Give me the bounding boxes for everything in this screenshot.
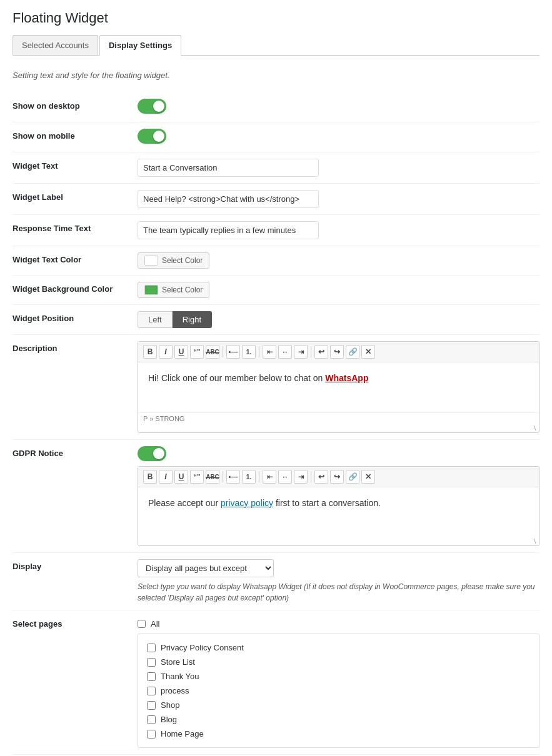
gdpr-rte-divider3 (311, 471, 311, 482)
checkbox-all-row: All (138, 617, 539, 634)
toggle-show-on-mobile[interactable] (138, 129, 166, 144)
rte-underline[interactable]: U (174, 345, 188, 359)
tab-selected-accounts[interactable]: Selected Accounts (13, 35, 98, 55)
description-footer: P » STRONG (138, 412, 539, 424)
widget-label-input[interactable] (138, 190, 319, 208)
gdpr-rte-remove-format[interactable]: ✕ (361, 470, 375, 484)
label-show-on-mobile: Show on mobile (13, 129, 138, 141)
rte-ol[interactable]: 1. (242, 345, 256, 359)
rte-italic[interactable]: I (159, 345, 173, 359)
gdpr-rte-bold[interactable]: B (143, 470, 157, 484)
checkbox-process-input[interactable] (147, 687, 156, 695)
display-hint: Select type you want to display Whatsapp… (138, 581, 539, 604)
row-show-on-mobile: Show on mobile (13, 122, 539, 152)
gdpr-rte-italic[interactable]: I (159, 470, 173, 484)
label-widget-label: Widget Label (13, 190, 138, 202)
gdpr-rte-undo[interactable]: ↩ (314, 470, 328, 484)
position-right-button[interactable]: Right (173, 311, 212, 328)
widget-text-input[interactable] (138, 159, 319, 177)
rte-align-left[interactable]: ⇤ (263, 345, 276, 359)
control-show-on-mobile (138, 129, 539, 146)
description-resize-handle[interactable]: ∖ (138, 424, 539, 432)
gdpr-rte: B I U “” ABC •— 1. ⇤ ↔ ⇥ ↩ ↪ (138, 466, 539, 546)
gdpr-rte-blockquote[interactable]: “” (190, 470, 204, 484)
label-widget-bg-color: Widget Background Color (13, 282, 138, 294)
row-widget-position: Widget Position Left Right (13, 305, 539, 335)
checkbox-privacy-policy-input[interactable] (147, 644, 156, 652)
rte-align-right[interactable]: ⇥ (294, 345, 308, 359)
checkbox-blog: Blog (147, 712, 530, 727)
rte-ul[interactable]: •— (226, 345, 240, 359)
label-select-pages: Select pages (13, 617, 138, 629)
row-widget-bg-color: Widget Background Color Select Color (13, 276, 539, 305)
page-label-privacy-policy: Privacy Policy Consent (161, 643, 244, 652)
rte-remove-format[interactable]: ✕ (361, 345, 375, 359)
description-rte: B I U “” ABC •— 1. ⇤ ↔ ⇥ ↩ ↪ (138, 341, 539, 433)
checkbox-blog-input[interactable] (147, 715, 156, 724)
gdpr-rte-divider1 (223, 471, 223, 482)
checkbox-store-list-input[interactable] (147, 658, 156, 667)
tab-bar: Selected Accounts Display Settings (13, 35, 539, 56)
rte-bold[interactable]: B (143, 345, 157, 359)
control-widget-label (138, 190, 539, 208)
control-description: B I U “” ABC •— 1. ⇤ ↔ ⇥ ↩ ↪ (138, 341, 539, 433)
rte-align-center[interactable]: ↔ (278, 345, 292, 359)
row-widget-text: Widget Text (13, 152, 539, 184)
gdpr-resize-handle[interactable]: ∖ (138, 537, 539, 545)
pages-box: Privacy Policy Consent Store List Thank … (138, 634, 539, 748)
checkbox-thank-you-input[interactable] (147, 672, 156, 681)
label-response-time: Response Time Text (13, 221, 138, 233)
tab-display-settings[interactable]: Display Settings (99, 35, 181, 56)
gdpr-rte-strikethrough[interactable]: ABC (206, 470, 219, 484)
gdpr-rte-ul[interactable]: •— (226, 470, 240, 484)
checkbox-shop-input[interactable] (147, 701, 156, 710)
gdpr-rte-redo[interactable]: ↪ (330, 470, 344, 484)
label-gdpr-notice: GDPR Notice (13, 446, 138, 458)
checkbox-home-page-input[interactable] (147, 730, 156, 739)
control-widget-text (138, 159, 539, 177)
checkbox-privacy-policy: Privacy Policy Consent (147, 640, 530, 655)
label-widget-position: Widget Position (13, 311, 138, 323)
display-select[interactable]: Display all pages but except Display onl… (138, 559, 274, 577)
gdpr-toggle-row (138, 446, 539, 461)
label-widget-text: Widget Text (13, 159, 138, 171)
rte-link[interactable]: 🔗 (346, 345, 359, 359)
gdpr-rte-underline[interactable]: U (174, 470, 188, 484)
rte-divider2 (259, 346, 259, 357)
rte-redo[interactable]: ↪ (330, 345, 344, 359)
row-select-pages: Select pages All Privacy Policy Consent … (13, 610, 539, 755)
label-description: Description (13, 341, 138, 353)
widget-bg-color-button[interactable]: Select Color (138, 282, 209, 298)
gdpr-rte-ol[interactable]: 1. (242, 470, 256, 484)
widget-text-color-button[interactable]: Select Color (138, 252, 209, 269)
checkbox-all-label: All (151, 619, 159, 629)
gdpr-text-prefix: Please accept our (148, 498, 221, 508)
page-label-thank-you: Thank You (161, 672, 199, 681)
rte-blockquote[interactable]: “” (190, 345, 204, 359)
control-response-time (138, 221, 539, 239)
gdpr-rte-align-right[interactable]: ⇥ (294, 470, 308, 484)
row-show-on-desktop: Show on desktop (13, 92, 539, 122)
rte-undo[interactable]: ↩ (314, 345, 328, 359)
text-color-swatch (144, 256, 158, 266)
gdpr-rte-align-left[interactable]: ⇤ (263, 470, 276, 484)
control-widget-bg-color: Select Color (138, 282, 539, 298)
description-content[interactable]: Hi! Click one of our member below to cha… (138, 362, 539, 412)
control-display: Display all pages but except Display onl… (138, 559, 539, 604)
toggle-gdpr-notice[interactable] (138, 446, 166, 461)
response-time-input[interactable] (138, 221, 319, 239)
rte-strikethrough[interactable]: ABC (206, 345, 219, 359)
description-whatsapp-link: WhatsApp (325, 373, 368, 383)
gdpr-rte-align-center[interactable]: ↔ (278, 470, 292, 484)
control-gdpr-notice: B I U “” ABC •— 1. ⇤ ↔ ⇥ ↩ ↪ (138, 446, 539, 546)
page-label-blog: Blog (161, 715, 177, 724)
gdpr-rte-link[interactable]: 🔗 (346, 470, 359, 484)
position-left-button[interactable]: Left (138, 311, 173, 328)
checkbox-home-page: Home Page (147, 727, 530, 741)
checkbox-process: process (147, 684, 530, 698)
gdpr-content[interactable]: Please accept our privacy policy first t… (138, 487, 539, 537)
gdpr-privacy-link[interactable]: privacy policy (221, 498, 273, 508)
checkbox-all[interactable] (138, 620, 146, 628)
toggle-show-on-desktop[interactable] (138, 99, 166, 114)
text-color-btn-label: Select Color (162, 256, 203, 265)
